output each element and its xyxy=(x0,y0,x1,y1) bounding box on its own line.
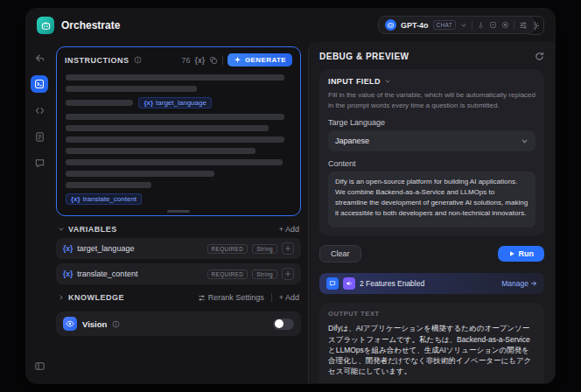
vision-feature-row: Vision xyxy=(56,312,301,336)
type-badge: String xyxy=(252,270,277,279)
resize-handle[interactable] xyxy=(167,210,190,213)
run-button[interactable]: Run xyxy=(498,246,545,262)
input-field-toggle[interactable]: INPUT FIELD xyxy=(328,77,536,86)
required-badge: REQUIRED xyxy=(207,270,248,279)
model-params-icon[interactable] xyxy=(519,21,528,30)
back-icon[interactable] xyxy=(31,49,48,66)
restart-icon[interactable] xyxy=(535,52,544,61)
chevron-right-icon[interactable] xyxy=(58,294,65,301)
variable-name: translate_content xyxy=(83,195,136,203)
variable-prefix: {x} xyxy=(71,195,80,203)
app-header: Orchestrate GPT-4o CHAT xyxy=(26,9,555,42)
vision-toggle[interactable] xyxy=(273,318,294,330)
type-badge: String xyxy=(252,244,277,254)
variable-row-translate-content[interactable]: {x} translate_content REQUIRED String xyxy=(56,263,301,284)
variable-name: target_language xyxy=(156,99,206,107)
model-name: GPT-4o xyxy=(401,21,429,30)
knowledge-section: KNOWLEDGE Rerank Settings + Add xyxy=(56,293,301,302)
language-select[interactable]: Japanese xyxy=(328,130,536,151)
required-badge: REQUIRED xyxy=(207,244,248,254)
model-selector[interactable]: GPT-4o CHAT xyxy=(378,16,535,34)
chevron-down-icon[interactable] xyxy=(58,226,65,233)
sidebar-item-annotation-icon[interactable] xyxy=(31,154,48,172)
variable-settings-button[interactable] xyxy=(282,242,294,255)
variable-settings-button[interactable] xyxy=(282,268,294,280)
conversation-opener-icon xyxy=(326,277,339,290)
generate-label: GENERATE xyxy=(245,56,286,64)
orchestrate-panel: INSTRUCTIONS 76 {x} GENERATE xyxy=(52,42,308,383)
sidebar-item-orchestrate[interactable] xyxy=(31,75,48,93)
generate-button[interactable]: GENERATE xyxy=(228,53,292,66)
variable-prefix: {x} xyxy=(63,270,73,278)
character-count: 76 xyxy=(182,56,191,65)
copy-icon[interactable] xyxy=(209,56,218,65)
skeleton-line xyxy=(66,148,256,154)
output-title: OUTPUT TEXT xyxy=(328,310,536,318)
variable-chip-translate-content[interactable]: {x} translate_content xyxy=(66,193,142,205)
variable-prefix: {x} xyxy=(63,244,73,253)
skeleton-line xyxy=(66,100,133,106)
instructions-title: INSTRUCTIONS xyxy=(65,56,130,65)
chevron-down-icon xyxy=(460,22,467,29)
features-bar: 2 Features Enabled Manage xyxy=(319,273,544,294)
language-select-value: Japanese xyxy=(335,136,369,145)
app-window: Orchestrate GPT-4o CHAT xyxy=(26,9,555,383)
page-title: Orchestrate xyxy=(61,19,120,32)
run-controls: Clear Run xyxy=(319,245,544,262)
sidebar xyxy=(26,42,52,383)
tokens-param-icon[interactable] xyxy=(489,21,497,29)
skeleton-line xyxy=(66,171,214,177)
divider xyxy=(271,293,272,302)
variable-row-target-language[interactable]: {x} target_language REQUIRED String xyxy=(56,238,301,259)
vision-icon xyxy=(63,317,77,331)
rerank-settings-label: Rerank Settings xyxy=(208,293,264,302)
variables-header: VARIABLES + Add xyxy=(56,225,301,234)
stop-sequence-param-icon[interactable] xyxy=(501,21,509,29)
instructions-editor[interactable]: INSTRUCTIONS 76 {x} GENERATE xyxy=(56,46,301,216)
language-field-label: Targe Language xyxy=(328,118,536,127)
info-icon xyxy=(112,320,120,328)
features-enabled-label: 2 Features Enabled xyxy=(360,279,424,288)
knowledge-header: KNOWLEDGE Rerank Settings + Add xyxy=(56,293,301,302)
add-knowledge-button[interactable]: + Add xyxy=(279,293,299,302)
info-icon xyxy=(134,56,142,64)
variable-chip-target-language[interactable]: {x} target_language xyxy=(138,97,212,108)
chevron-down-icon xyxy=(384,78,391,85)
insert-variable-icon[interactable]: {x} xyxy=(195,56,205,65)
debug-title: DEBUG & PREVIEW xyxy=(319,52,410,61)
variables-title: VARIABLES xyxy=(68,225,117,234)
run-label: Run xyxy=(519,249,535,258)
content-textarea[interactable]: Dify is an open-source platform for buil… xyxy=(328,172,536,228)
collapse-sidebar-icon[interactable] xyxy=(31,357,48,374)
input-field-title: INPUT FIELD xyxy=(328,77,381,86)
app-body: INSTRUCTIONS 76 {x} GENERATE xyxy=(26,42,555,383)
rerank-settings-button[interactable]: Rerank Settings xyxy=(198,293,264,302)
sidebar-item-api-icon[interactable] xyxy=(31,102,48,119)
vision-label: Vision xyxy=(82,319,107,329)
skeleton-line xyxy=(66,114,284,120)
manage-label: Manage xyxy=(501,279,528,288)
model-provider-icon xyxy=(385,19,396,31)
skeleton-line xyxy=(66,182,151,188)
skeleton-line xyxy=(66,74,284,80)
variable-name: translate_content xyxy=(77,270,137,278)
model-mode-badge: CHAT xyxy=(433,20,456,30)
variable-prefix: {x} xyxy=(144,99,153,107)
sidebar-item-logs-icon[interactable] xyxy=(31,128,48,145)
variable-name: target_language xyxy=(77,244,134,253)
app-logo-icon[interactable] xyxy=(37,17,54,34)
instructions-toolbar: INSTRUCTIONS 76 {x} GENERATE xyxy=(57,47,300,70)
knowledge-title: KNOWLEDGE xyxy=(68,293,124,302)
manage-features-button[interactable]: Manage xyxy=(501,279,537,288)
output-card: OUTPUT TEXT Difyは、AIアプリケーションを構築するためのオープン… xyxy=(319,303,544,383)
skeleton-line xyxy=(66,159,283,165)
text-to-speech-icon xyxy=(343,277,355,290)
add-variable-button[interactable]: + Add xyxy=(279,225,299,234)
content-field-label: Content xyxy=(328,159,536,168)
debug-preview-panel: DEBUG & PREVIEW INPUT FIELD Fill in the … xyxy=(308,42,555,383)
temperature-param-icon[interactable] xyxy=(477,21,485,29)
skeleton-line xyxy=(66,125,269,131)
clear-button[interactable]: Clear xyxy=(319,245,361,262)
output-text: Difyは、AIアプリケーションを構築するためのオープンソースプラットフォームで… xyxy=(328,323,536,377)
prompt-skeleton: {x} target_language {x} translate xyxy=(57,70,300,215)
